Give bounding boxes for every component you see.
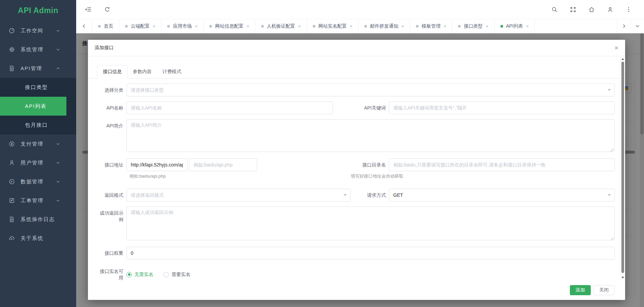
sidebar-item-system-management[interactable]: 系统管理 bbox=[0, 40, 66, 59]
sidebar-subitem-label: API列表 bbox=[25, 103, 47, 110]
resize-grip-icon[interactable] bbox=[610, 237, 614, 240]
tab-close-icon[interactable]: × bbox=[443, 24, 446, 29]
dashboard-icon bbox=[9, 28, 16, 34]
sidebar-item-api-management[interactable]: API管理 bbox=[0, 59, 66, 78]
tabs-scroll-left-icon[interactable] bbox=[76, 19, 92, 33]
tab-close-icon[interactable]: × bbox=[246, 24, 249, 29]
chevron-down-icon bbox=[56, 142, 60, 146]
sidebar: API Admin 工作空间 系统管理 API管理 接口类型 API列表 包月接… bbox=[0, 0, 76, 307]
tabs-scroll-right-icon[interactable] bbox=[617, 19, 631, 33]
ticket-icon bbox=[9, 197, 16, 204]
tab-close-icon[interactable]: × bbox=[195, 24, 197, 29]
tab-status-dot bbox=[167, 25, 170, 28]
request-method-select[interactable] bbox=[389, 189, 615, 202]
scroll-up-icon[interactable] bbox=[621, 57, 624, 61]
tab-status-dot bbox=[500, 25, 503, 28]
tabs-menu-chevron-down-icon[interactable] bbox=[631, 19, 644, 33]
return-format-select-input[interactable] bbox=[126, 189, 350, 202]
app-logo: API Admin bbox=[0, 0, 76, 21]
field-label: 选择分类 bbox=[97, 84, 123, 96]
sidebar-item-label: 工作空间 bbox=[21, 28, 43, 34]
api-name-input[interactable] bbox=[126, 101, 333, 114]
success-example-textarea[interactable] bbox=[126, 207, 615, 240]
request-method-select-input[interactable] bbox=[389, 189, 615, 202]
chevron-down-icon bbox=[56, 29, 60, 33]
sidebar-item-about-system[interactable]: 关于系统 bbox=[0, 229, 66, 248]
tab-email-broadcast[interactable]: 邮件群发通知× bbox=[359, 19, 410, 33]
user-icon[interactable] bbox=[607, 6, 613, 13]
tab-api-type[interactable]: 接口类型× bbox=[452, 19, 494, 33]
modal-tab-params[interactable]: 参数内容 bbox=[127, 65, 157, 79]
category-select[interactable] bbox=[126, 84, 615, 96]
sidebar-subitem-api-type[interactable]: 接口类型 bbox=[0, 78, 76, 97]
api-url-path-input[interactable] bbox=[189, 158, 257, 171]
sidebar-item-user-management[interactable]: 用户管理 bbox=[0, 153, 66, 172]
modal-scrollbar[interactable] bbox=[620, 57, 624, 280]
tab-site-realname-config[interactable]: 网站实名配置× bbox=[307, 19, 359, 33]
sidebar-item-payment-management[interactable]: 支付管理 bbox=[0, 134, 66, 153]
sidebar-subitem-api-list[interactable]: API列表 bbox=[0, 97, 66, 116]
refresh-icon[interactable] bbox=[104, 6, 111, 13]
gear-icon bbox=[9, 47, 16, 53]
tab-status-dot bbox=[261, 25, 264, 28]
resize-grip-icon[interactable] bbox=[610, 148, 614, 152]
modal-title: 添加接口 bbox=[95, 45, 114, 51]
modal-close-icon[interactable]: × bbox=[614, 44, 618, 51]
tab-label: 人机验证配置 bbox=[267, 23, 295, 29]
tab-api-list[interactable]: API列表× bbox=[495, 19, 535, 33]
close-button[interactable]: 关闭 bbox=[593, 285, 614, 295]
collapse-menu-icon[interactable] bbox=[85, 6, 92, 13]
tab-close-icon[interactable]: × bbox=[526, 24, 529, 29]
api-dir-helper-text: 填写好接口地址会自动获取 bbox=[351, 173, 615, 179]
tab-close-icon[interactable]: × bbox=[153, 24, 155, 29]
tab-label: 接口类型 bbox=[464, 23, 483, 29]
sidebar-item-data-management[interactable]: 数据管理 bbox=[0, 172, 66, 191]
realname-radio-required[interactable]: 需要实名 bbox=[163, 272, 190, 278]
api-keywords-input[interactable] bbox=[389, 101, 615, 114]
sidebar-item-workspace[interactable]: 工作空间 bbox=[0, 21, 66, 40]
sidebar-item-ticket-management[interactable]: 工单管理 bbox=[0, 191, 66, 210]
sidebar-item-label: 关于系统 bbox=[21, 235, 43, 242]
tab-close-icon[interactable]: × bbox=[298, 24, 301, 29]
tab-status-dot bbox=[313, 25, 315, 28]
tab-close-icon[interactable]: × bbox=[401, 24, 404, 29]
tab-captcha-config[interactable]: 人机验证配置× bbox=[255, 19, 307, 33]
more-icon[interactable] bbox=[625, 6, 632, 13]
tab-close-icon[interactable]: × bbox=[486, 24, 488, 29]
modal-footer: 添加 关闭 bbox=[88, 280, 625, 300]
field-label: 请求方式 bbox=[350, 189, 386, 202]
modal-tab-billing[interactable]: 计费模式 bbox=[157, 65, 187, 79]
search-icon[interactable] bbox=[551, 6, 558, 13]
api-dir-input[interactable] bbox=[389, 158, 615, 171]
sidebar-subitem-monthly-api[interactable]: 包月接口 bbox=[0, 116, 76, 134]
tab-cloud-config[interactable]: 云端配置× bbox=[119, 19, 161, 33]
category-select-input[interactable] bbox=[126, 84, 615, 96]
scroll-down-icon[interactable] bbox=[621, 276, 624, 279]
tab-site-info-config[interactable]: 网站信息配置× bbox=[204, 19, 255, 33]
radio-dot-icon bbox=[163, 272, 169, 277]
api-url-prefix-input[interactable] bbox=[126, 158, 187, 171]
return-format-select[interactable] bbox=[126, 189, 350, 202]
sidebar-item-label: 用户管理 bbox=[21, 160, 43, 166]
add-button[interactable]: 添加 bbox=[570, 285, 591, 295]
top-navbar bbox=[76, 0, 644, 19]
file-icon bbox=[9, 65, 16, 71]
tab-status-dot bbox=[98, 25, 101, 28]
tab-close-icon[interactable]: × bbox=[350, 24, 352, 29]
modal-scrollbar-thumb[interactable] bbox=[621, 62, 624, 273]
tab-app-market[interactable]: 应用市场× bbox=[161, 19, 204, 33]
modal-body: 接口信息 参数内容 计费模式 选择分类 bbox=[88, 56, 625, 280]
tab-label: 云端配置 bbox=[131, 23, 150, 29]
sidebar-item-label: API管理 bbox=[21, 65, 42, 72]
modal-tab-api-info[interactable]: 接口信息 bbox=[97, 65, 127, 79]
weight-input[interactable] bbox=[126, 247, 615, 259]
tab-home[interactable]: 首页 bbox=[92, 19, 119, 33]
sidebar-item-system-operation-log[interactable]: 系统操作日志 bbox=[0, 210, 66, 229]
sidebar-item-label: 系统操作日志 bbox=[21, 216, 55, 223]
home-icon[interactable] bbox=[588, 6, 595, 13]
fullscreen-icon[interactable] bbox=[570, 6, 576, 13]
api-intro-textarea[interactable] bbox=[126, 119, 615, 152]
tab-template-management[interactable]: 模板管理× bbox=[410, 19, 452, 33]
sidebar-item-label: 工单管理 bbox=[21, 197, 43, 204]
realname-radio-none[interactable]: 无需实名 bbox=[126, 272, 153, 278]
